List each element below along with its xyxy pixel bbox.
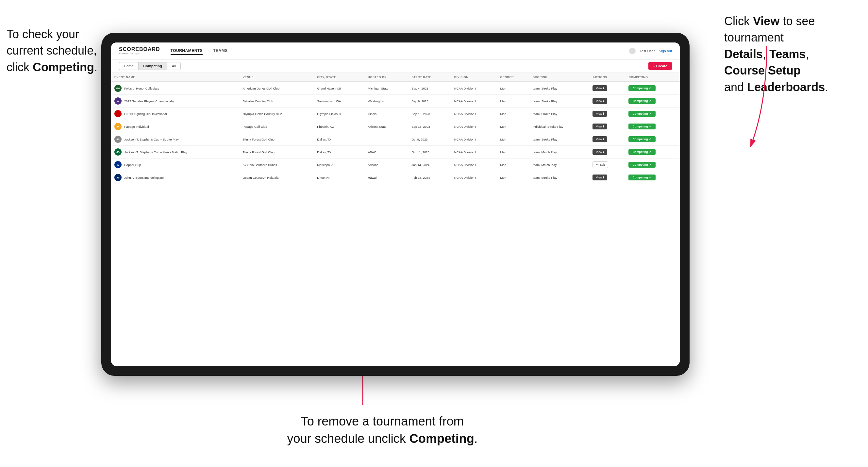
cell-event-name: FH Folds of Honor Collegiate bbox=[111, 82, 240, 95]
competing-button[interactable]: Competing bbox=[628, 85, 656, 91]
cell-scoring: team, Stroke Play bbox=[529, 107, 589, 120]
view-button[interactable]: View ℹ bbox=[592, 149, 607, 155]
logo-title: SCOREBOARD bbox=[119, 47, 160, 52]
annotation-period2: . bbox=[825, 81, 828, 94]
cell-event-name: I OFCC Fighting Illini Invitational bbox=[111, 107, 240, 120]
table-row: W 2023 Sahalee Players Championship Saha… bbox=[111, 95, 680, 107]
tab-competing[interactable]: Competing bbox=[138, 62, 167, 70]
user-name: Test User bbox=[640, 49, 655, 53]
create-button[interactable]: + Create bbox=[648, 62, 672, 70]
col-actions: ACTIONS bbox=[589, 73, 625, 82]
competing-button[interactable]: Competing bbox=[628, 124, 656, 129]
cell-venue: Ak-Chin Southern Dunes bbox=[240, 158, 314, 171]
cell-hosted-by: Michigan State bbox=[365, 82, 408, 95]
team-logo: P bbox=[114, 123, 122, 130]
event-name-text: Copper Cup bbox=[124, 163, 141, 167]
cell-city-state: Sammamish, WA bbox=[314, 95, 364, 107]
competing-button[interactable]: Competing bbox=[628, 162, 656, 168]
cell-venue: American Dunes Golf Club bbox=[240, 82, 314, 95]
competing-button[interactable]: Competing bbox=[628, 136, 656, 142]
competing-button[interactable]: Competing bbox=[628, 175, 656, 180]
table-row: JS Jackson T. Stephens Cup – Men's Match… bbox=[111, 146, 680, 158]
cell-actions: View ℹ bbox=[589, 107, 625, 120]
team-logo: JB bbox=[114, 174, 122, 181]
tab-all[interactable]: All bbox=[167, 62, 181, 70]
edit-button[interactable]: ✏ Edit bbox=[592, 161, 608, 168]
top-nav: SCOREBOARD Powered by clippi TOURNAMENTS… bbox=[111, 42, 680, 60]
cell-competing: Competing bbox=[625, 120, 680, 133]
annotation-teams-bold: Teams bbox=[769, 48, 806, 61]
cell-competing: Competing bbox=[625, 95, 680, 107]
cell-scoring: team, Stroke Play bbox=[529, 171, 589, 184]
cell-division: NCAA Division I bbox=[451, 95, 497, 107]
view-button[interactable]: View ℹ bbox=[592, 85, 607, 91]
cell-event-name: JB John A. Burns Intercollegiate bbox=[111, 171, 240, 184]
cell-actions: ✏ Edit bbox=[589, 158, 625, 171]
cell-venue: Trinity Forest Golf Club bbox=[240, 146, 314, 158]
cell-start-date: Sep 4, 2023 bbox=[408, 82, 451, 95]
annotation-tournament: tournament bbox=[724, 31, 784, 44]
view-button[interactable]: View ℹ bbox=[592, 175, 607, 180]
cell-start-date: Sep 18, 2023 bbox=[408, 120, 451, 133]
view-button[interactable]: View ℹ bbox=[592, 124, 607, 129]
event-name-text: Jackson T. Stephens Cup – Stroke Play bbox=[124, 137, 179, 141]
tablet: SCOREBOARD Powered by clippi TOURNAMENTS… bbox=[101, 33, 689, 376]
nav-right: Test User Sign out bbox=[629, 48, 672, 54]
table-row: JS Jackson T. Stephens Cup – Stroke Play… bbox=[111, 133, 680, 146]
cell-event-name: W 2023 Sahalee Players Championship bbox=[111, 95, 240, 107]
competing-button[interactable]: Competing bbox=[628, 111, 656, 117]
cell-scoring: individual, Stroke Play bbox=[529, 120, 589, 133]
view-button[interactable]: View ℹ bbox=[592, 98, 607, 104]
annotation-top-right: Click View to see tournament Details, Te… bbox=[724, 13, 862, 95]
cell-city-state: Maricopa, AZ bbox=[314, 158, 364, 171]
cell-start-date: Sep 9, 2023 bbox=[408, 95, 451, 107]
cell-competing: Competing bbox=[625, 158, 680, 171]
annotation-leaderboards-bold: Leaderboards bbox=[747, 81, 825, 94]
cell-hosted-by: Arizona State bbox=[365, 120, 408, 133]
view-button[interactable]: View ℹ bbox=[592, 111, 607, 117]
nav-links: TOURNAMENTS TEAMS bbox=[170, 47, 629, 55]
user-avatar-icon bbox=[629, 48, 636, 54]
view-button[interactable]: View ℹ bbox=[592, 136, 607, 142]
table-container: EVENT NAME VENUE CITY, STATE HOSTED BY S… bbox=[111, 73, 680, 366]
cell-division: NCAA Division I bbox=[451, 120, 497, 133]
team-logo: A bbox=[114, 161, 122, 168]
tablet-screen: SCOREBOARD Powered by clippi TOURNAMENTS… bbox=[111, 42, 680, 366]
event-name-text: Folds of Honor Collegiate bbox=[124, 87, 159, 90]
nav-link-tournaments[interactable]: TOURNAMENTS bbox=[170, 47, 203, 55]
sign-out-link[interactable]: Sign out bbox=[659, 49, 672, 53]
cell-actions: View ℹ bbox=[589, 146, 625, 158]
cell-venue: Papago Golf Club bbox=[240, 120, 314, 133]
annotation-view-bold: View bbox=[753, 14, 779, 28]
col-hosted-by: HOSTED BY bbox=[365, 73, 408, 82]
annotation-bottom-line2: your schedule unclick bbox=[287, 432, 409, 445]
annotation-period: . bbox=[94, 60, 97, 74]
col-scoring: SCORING bbox=[529, 73, 589, 82]
cell-actions: View ℹ bbox=[589, 133, 625, 146]
col-start-date: START DATE bbox=[408, 73, 451, 82]
annotation-coursesetup-bold: Course Setup bbox=[724, 64, 801, 77]
table-body: FH Folds of Honor Collegiate American Du… bbox=[111, 82, 680, 184]
cell-hosted-by: ABAC bbox=[365, 146, 408, 158]
nav-link-teams[interactable]: TEAMS bbox=[213, 47, 228, 55]
competing-button[interactable]: Competing bbox=[628, 98, 656, 104]
event-name-text: 2023 Sahalee Players Championship bbox=[124, 99, 175, 103]
cell-gender: Men bbox=[497, 82, 529, 95]
col-division: DIVISION bbox=[451, 73, 497, 82]
cell-venue: Ocean Course At Hokuala bbox=[240, 171, 314, 184]
cell-actions: View ℹ bbox=[589, 171, 625, 184]
cell-competing: Competing bbox=[625, 146, 680, 158]
cell-event-name: A Copper Cup bbox=[111, 158, 240, 171]
cell-city-state: Grand Haven, MI bbox=[314, 82, 364, 95]
table-row: P Papago Individual Papago Golf Club Pho… bbox=[111, 120, 680, 133]
tab-home[interactable]: Home bbox=[119, 62, 138, 70]
cell-scoring: team, Match Play bbox=[529, 158, 589, 171]
competing-button[interactable]: Competing bbox=[628, 149, 656, 155]
annotation-bold: Competing bbox=[33, 60, 94, 74]
cell-division: NCAA Division I bbox=[451, 158, 497, 171]
table-header-row: EVENT NAME VENUE CITY, STATE HOSTED BY S… bbox=[111, 73, 680, 82]
scoreboard-logo: SCOREBOARD Powered by clippi bbox=[119, 47, 160, 55]
annotation-comma1: , bbox=[763, 48, 769, 61]
tournaments-table: EVENT NAME VENUE CITY, STATE HOSTED BY S… bbox=[111, 73, 680, 184]
cell-division: NCAA Division I bbox=[451, 107, 497, 120]
